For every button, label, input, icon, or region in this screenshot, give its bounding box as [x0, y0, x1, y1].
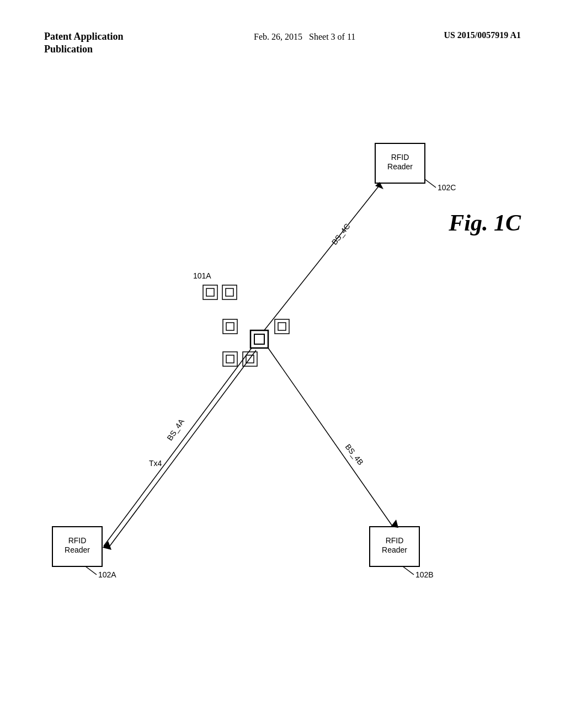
tag-tl1-inner [206, 288, 214, 296]
rfid-b-tick [403, 566, 414, 575]
tx4-label: Tx4 [149, 459, 162, 468]
rfid-b-id-label: 102B [415, 570, 434, 579]
bs4a-label: BS_4A [165, 417, 186, 442]
arrow-b [391, 520, 398, 528]
tag-ml1-inner [226, 323, 234, 330]
rfid-reader-a-text-line1: RFID [68, 536, 87, 545]
bs4b-label: BS_4B [344, 442, 365, 467]
rfid-reader-b-text-line2: Reader [382, 545, 407, 554]
tag-bl1-inner [226, 355, 234, 363]
rfid-c-id-label: 102C [438, 183, 456, 192]
rfid-reader-c-text-line1: RFID [391, 153, 409, 162]
rfid-reader-c-text-line2: Reader [387, 162, 413, 171]
rfid-reader-b-text-line1: RFID [386, 536, 404, 545]
hub-id-label: 101A [193, 271, 211, 280]
line-hub-to-c [264, 184, 381, 331]
line-hub-to-a2 [108, 350, 256, 548]
line-hub-to-b [268, 348, 393, 527]
line-hub-to-a1 [104, 348, 252, 546]
rfid-a-tick [86, 566, 97, 575]
diagram-svg: RFID Reader 102C RFID Reader 102A RFID R… [0, 0, 565, 728]
rfid-reader-a-text-line2: Reader [65, 545, 90, 554]
hub-tag-center-inner [254, 334, 264, 344]
bs4c-label: BS_4C [330, 222, 352, 247]
tag-mr1-inner [278, 323, 286, 330]
rfid-a-id-label: 102A [98, 570, 116, 579]
tag-tl2-inner [226, 288, 233, 296]
rfid-c-tick [425, 179, 436, 188]
